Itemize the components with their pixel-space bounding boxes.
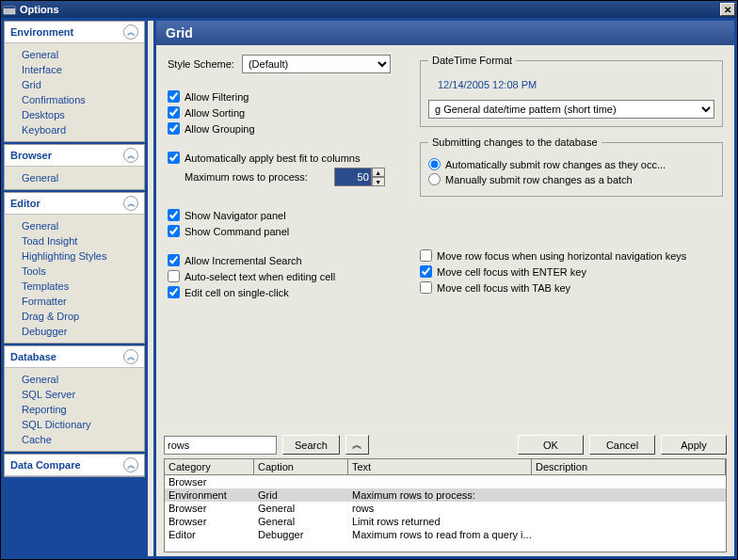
auto-select-text-checkbox[interactable]: Auto-select text when editing cell <box>168 270 403 282</box>
result-row[interactable]: BrowserGeneralrows <box>165 502 726 515</box>
footer: Search ︽ OK Cancel Apply <box>156 431 734 458</box>
submit-legend: Submitting changes to the database <box>428 136 602 148</box>
collapse-button[interactable]: ︽ <box>345 435 369 455</box>
result-row[interactable]: Browser <box>165 475 726 488</box>
sidebar-item-highlighting-styles[interactable]: Highlighting Styles <box>22 248 144 264</box>
sidebar-item-interface[interactable]: Interface <box>22 62 144 77</box>
auto-best-fit-checkbox[interactable]: Automatically apply best fit to columns <box>168 152 403 164</box>
page-title: Grid <box>156 21 734 45</box>
category-database: Database︽GeneralSQL ServerReportingSQL D… <box>4 345 145 452</box>
col-text[interactable]: Text <box>348 459 532 474</box>
show-navigator-checkbox[interactable]: Show Navigator panel <box>168 209 403 221</box>
category-data-compare: Data Compare︽ <box>4 454 145 477</box>
vertical-splitter[interactable] <box>148 21 153 556</box>
sidebar-item-desktops[interactable]: Desktops <box>22 107 144 122</box>
app-icon <box>3 4 16 15</box>
main-panel: Grid Style Scheme: (Default) Allow Filte… <box>156 21 734 556</box>
sidebar-item-drag-drop[interactable]: Drag & Drop <box>22 309 144 324</box>
close-button[interactable]: ✕ <box>720 3 735 16</box>
incremental-search-checkbox[interactable]: Allow Incremental Search <box>168 254 403 266</box>
sidebar-item-general[interactable]: General <box>22 47 144 62</box>
col-caption[interactable]: Caption <box>254 459 348 474</box>
max-rows-label: Maximum rows to process: <box>184 171 308 183</box>
category-browser: Browser︽General <box>4 144 145 190</box>
datetime-format-group: DateTime Format 12/14/2005 12:08 PM g Ge… <box>420 55 723 127</box>
manual-submit-radio[interactable]: Manually submit row changes as a batch <box>428 173 714 185</box>
max-rows-spinner[interactable]: ▲▼ <box>334 168 385 186</box>
result-row[interactable]: EditorDebuggerMaximum rows to read from … <box>165 528 726 541</box>
col-category[interactable]: Category <box>165 459 254 474</box>
datetime-preview: 12/14/2005 12:08 PM <box>438 79 714 90</box>
search-button[interactable]: Search <box>282 435 340 455</box>
category-header[interactable]: Editor︽ <box>5 193 144 215</box>
sidebar-item-sql-server[interactable]: SQL Server <box>22 387 144 402</box>
submit-changes-group: Submitting changes to the database Autom… <box>420 136 723 197</box>
sidebar-item-reporting[interactable]: Reporting <box>22 402 144 417</box>
ok-button[interactable]: OK <box>518 435 584 455</box>
chevron-up-icon: ︽ <box>123 196 138 211</box>
allow-grouping-checkbox[interactable]: Allow Grouping <box>168 122 403 135</box>
sidebar-item-general[interactable]: General <box>22 218 144 233</box>
result-row[interactable]: BrowserGeneralLimit rows returned <box>165 515 726 528</box>
allow-filtering-checkbox[interactable]: Allow Filtering <box>168 90 403 103</box>
sidebar-item-cache[interactable]: Cache <box>22 432 144 447</box>
move-cell-enter-checkbox[interactable]: Move cell focus with ENTER key <box>420 265 723 278</box>
sidebar-item-debugger[interactable]: Debugger <box>22 324 144 339</box>
sidebar-item-keyboard[interactable]: Keyboard <box>22 122 144 137</box>
sidebar-item-templates[interactable]: Templates <box>22 279 144 294</box>
category-environment: Environment︽GeneralInterfaceGridConfirma… <box>4 21 145 142</box>
sidebar-item-grid[interactable]: Grid <box>22 77 144 92</box>
category-editor: Editor︽GeneralToad InsightHighlighting S… <box>4 192 145 344</box>
chevron-up-icon: ︽ <box>123 349 138 364</box>
category-header[interactable]: Data Compare︽ <box>5 455 144 476</box>
sidebar-item-formatter[interactable]: Formatter <box>22 294 144 309</box>
style-scheme-select[interactable]: (Default) <box>242 55 391 73</box>
datetime-format-select[interactable]: g General date/time pattern (short time) <box>428 100 714 119</box>
datetime-legend: DateTime Format <box>428 55 516 66</box>
cancel-button[interactable]: Cancel <box>589 435 655 455</box>
svg-rect-1 <box>4 7 15 8</box>
result-row[interactable]: EnvironmentGridMaximum rows to process: <box>165 488 726 502</box>
sidebar-item-general[interactable]: General <box>22 372 144 387</box>
chevron-up-icon: ︽ <box>123 24 138 40</box>
auto-submit-radio[interactable]: Automatically submit row changes as they… <box>428 158 714 170</box>
sidebar-item-confirmations[interactable]: Confirmations <box>22 92 144 107</box>
sidebar-item-tools[interactable]: Tools <box>22 264 144 279</box>
results-header: Category Caption Text Description <box>165 459 726 475</box>
move-row-focus-checkbox[interactable]: Move row focus when using horizontal nav… <box>420 249 723 262</box>
allow-sorting-checkbox[interactable]: Allow Sorting <box>168 106 403 119</box>
sidebar-item-toad-insight[interactable]: Toad Insight <box>22 233 144 248</box>
callout-arrow <box>156 417 189 425</box>
style-scheme-label: Style Scheme: <box>168 58 234 70</box>
titlebar: Options ✕ <box>1 1 737 18</box>
chevron-up-icon: ︽ <box>123 148 138 163</box>
search-input[interactable] <box>164 436 277 455</box>
sidebar-item-general[interactable]: General <box>22 170 144 185</box>
form: Style Scheme: (Default) Allow Filtering … <box>156 45 734 425</box>
window-title: Options <box>20 4 720 15</box>
move-cell-tab-checkbox[interactable]: Move cell focus with TAB key <box>420 281 723 294</box>
sidebar: Environment︽GeneralInterfaceGridConfirma… <box>4 21 145 556</box>
search-results: Category Caption Text Description Browse… <box>164 458 727 552</box>
edit-single-click-checkbox[interactable]: Edit cell on single-click <box>168 286 403 298</box>
spinner-down-icon[interactable]: ▼ <box>372 177 385 186</box>
chevron-up-icon: ︽ <box>123 457 138 472</box>
category-header[interactable]: Environment︽ <box>5 22 144 43</box>
category-header[interactable]: Browser︽ <box>5 145 144 167</box>
col-description[interactable]: Description <box>532 459 726 474</box>
category-header[interactable]: Database︽ <box>5 346 144 368</box>
sidebar-item-sql-dictionary[interactable]: SQL Dictionary <box>22 417 144 432</box>
show-command-checkbox[interactable]: Show Command panel <box>168 225 403 237</box>
apply-button[interactable]: Apply <box>661 435 727 455</box>
spinner-up-icon[interactable]: ▲ <box>372 168 385 177</box>
